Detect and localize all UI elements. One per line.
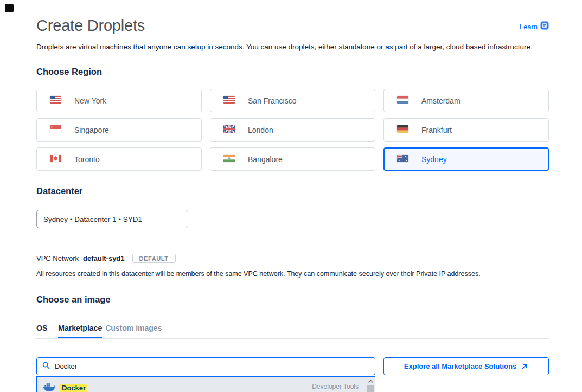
create-droplets-page: Create Droplets Learn Droplets are virtu… (36, 0, 549, 392)
scrollbar-thumb[interactable] (367, 385, 374, 392)
book-icon (540, 21, 549, 32)
region-grid: New YorkSan FranciscoAmsterdamSingaporeL… (36, 89, 549, 171)
region-button-sydney[interactable]: Sydney (383, 147, 549, 171)
scroll-up-icon[interactable] (367, 377, 375, 385)
marketplace-search-input[interactable] (54, 362, 369, 371)
page-subtitle: Droplets are virtual machines that anyon… (36, 43, 549, 51)
vpc-network-row: VPC Network - default-syd1 DEFAULT (36, 254, 549, 263)
region-label: Singapore (74, 126, 109, 134)
dropdown-scrollbar[interactable] (367, 377, 375, 392)
search-icon (42, 362, 50, 371)
corner-mark (5, 4, 14, 12)
region-button-singapore[interactable]: Singapore (36, 118, 202, 142)
learn-link[interactable]: Learn (520, 21, 549, 32)
region-button-frankfurt[interactable]: Frankfurt (383, 118, 549, 142)
region-label: Frankfurt (421, 126, 452, 134)
region-button-san-francisco[interactable]: San Francisco (210, 89, 375, 112)
page-title: Create Droplets (36, 17, 145, 35)
datacenter-heading: Datacenter (36, 186, 549, 196)
region-label: London (248, 126, 273, 134)
region-button-london[interactable]: London (210, 118, 375, 142)
docker-whale-icon (42, 382, 56, 392)
choose-image-heading: Choose an image (36, 294, 549, 305)
result-item-docker[interactable]: Docker Developer Tools An open platform … (37, 377, 375, 392)
vpc-description: All resources created in this datacenter… (36, 270, 549, 278)
region-label: Toronto (74, 155, 100, 164)
choose-region-heading: Choose Region (36, 67, 549, 77)
region-label: Bangalore (248, 155, 283, 164)
image-tabs: OSMarketplaceCustom images (36, 323, 549, 339)
marketplace-search-row: Explore all Marketplace Solutions (36, 357, 549, 375)
datacenter-select[interactable]: Sydney • Datacenter 1 • SYD1 (36, 210, 188, 228)
region-button-toronto[interactable]: Toronto (36, 147, 202, 171)
region-label: San Francisco (248, 97, 296, 105)
region-label: New York (74, 97, 106, 105)
us-flag-icon (50, 96, 61, 105)
vpc-default-badge: DEFAULT (132, 254, 176, 263)
page-header: Create Droplets Learn (36, 0, 549, 35)
vpc-network-label: VPC Network - (36, 254, 83, 262)
tab-marketplace[interactable]: Marketplace (58, 324, 102, 338)
region-button-bangalore[interactable]: Bangalore (210, 147, 375, 171)
gb-flag-icon (223, 125, 235, 134)
region-label: Amsterdam (421, 97, 461, 105)
datacenter-selected-value: Sydney • Datacenter 1 • SYD1 (43, 215, 142, 223)
search-results-dropdown: Docker Developer Tools An open platform … (36, 376, 375, 392)
vpc-network-name: default-syd1 (83, 254, 125, 262)
tab-custom-images[interactable]: Custom images (105, 324, 162, 338)
learn-link-label[interactable]: Learn (520, 23, 538, 31)
result-category: Developer Tools (312, 383, 359, 390)
de-flag-icon (397, 125, 408, 134)
ca-flag-icon (50, 155, 61, 164)
in-flag-icon (223, 155, 235, 164)
au-flag-icon (397, 155, 408, 164)
result-name: Docker (60, 384, 87, 392)
region-button-new-york[interactable]: New York (36, 89, 202, 112)
region-label: Sydney (421, 155, 447, 164)
explore-marketplace-button[interactable]: Explore all Marketplace Solutions (383, 357, 549, 375)
explore-marketplace-label: Explore all Marketplace Solutions (404, 362, 528, 370)
marketplace-search-box[interactable] (36, 357, 375, 375)
tab-os[interactable]: OS (36, 324, 47, 338)
nl-flag-icon (397, 96, 408, 105)
us-flag-icon (223, 96, 235, 105)
region-button-amsterdam[interactable]: Amsterdam (383, 89, 549, 112)
sg-flag-icon (50, 125, 61, 134)
external-arrow-icon (521, 363, 540, 371)
